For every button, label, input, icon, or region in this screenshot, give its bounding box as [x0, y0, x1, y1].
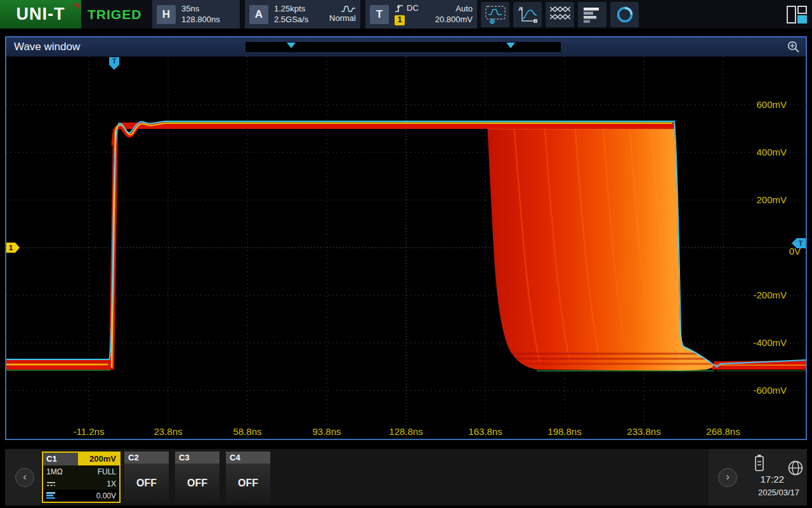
trigger-source-badge: 1: [395, 15, 405, 25]
channel1-position-marker[interactable]: 1: [6, 243, 20, 253]
voltage-label: 200mV: [756, 194, 787, 205]
trigger-level-marker-label: T: [799, 239, 803, 247]
time-label: 93.8ns: [312, 426, 341, 437]
persistence-display-button[interactable]: [481, 2, 509, 27]
channel4-box[interactable]: C4 OFF: [226, 451, 270, 503]
time-label: 268.8ns: [706, 426, 740, 437]
channel-scroll-left-button[interactable]: ‹: [15, 468, 34, 487]
time-label: 23.8ns: [154, 426, 182, 437]
channel2-name: C2: [124, 451, 169, 464]
persistence-display-icon: [485, 5, 506, 24]
zoom-button[interactable]: [787, 40, 801, 57]
wave-window: Wave window: [5, 36, 807, 440]
acquire-settings-button[interactable]: A 1.25kpts 2.5GSa/s Normal: [245, 0, 360, 29]
top-bar: UNI-T TRIGED H 35ns 128.800ns A 1.25kpts…: [0, 0, 812, 29]
brand-logo-accent: [74, 4, 79, 9]
horizontal-settings-button[interactable]: H 35ns 128.800ns: [152, 0, 240, 29]
time-label: 58.8ns: [233, 426, 261, 437]
grid: [6, 57, 806, 439]
trigger-status-text: TRIGED: [81, 0, 147, 29]
sample-rate-value: 2.5GSa/s: [274, 15, 308, 25]
auto-measure-icon: [615, 5, 634, 24]
delay-value: 128.800ns: [181, 15, 220, 25]
window-layout-icon: [787, 6, 807, 23]
mesh-view-icon: [550, 6, 570, 23]
acquire-mode-value: Normal: [329, 13, 356, 24]
channel1-probe: 1X: [107, 479, 116, 488]
channel1-offset: 0.00V: [96, 491, 116, 500]
channel1-offset-icon: [46, 492, 56, 499]
xy-icon-b-label: B: [534, 18, 538, 24]
trigger-mode-value: Auto: [455, 4, 473, 15]
histogram-icon: [583, 6, 602, 23]
wave-window-title: Wave window: [6, 41, 80, 53]
waveform-position-bar[interactable]: [246, 42, 561, 52]
histogram-button[interactable]: [578, 2, 606, 27]
mesh-view-button[interactable]: [546, 2, 574, 27]
trigger-position-marker[interactable]: T: [109, 57, 119, 70]
acquire-waveform-icon: [341, 4, 356, 13]
voltage-label: 600mV: [756, 99, 787, 110]
globe-icon[interactable]: [787, 459, 804, 477]
waveform-display-area[interactable]: 600mV 400mV 200mV 0V -200mV -400mV -600m…: [6, 57, 806, 439]
channel3-box[interactable]: C3 OFF: [175, 451, 219, 503]
battery-icon: [754, 454, 765, 472]
voltage-label: -600mV: [753, 385, 787, 396]
time-label: -11.2ns: [74, 426, 105, 437]
trigger-level-value: 20.800mV: [435, 15, 473, 25]
channel1-scale: 200mV: [78, 453, 119, 465]
trigger-coupling-value: DC: [407, 3, 419, 14]
channel1-impedance: 1MΩ: [46, 467, 63, 476]
axis-labels: 600mV 400mV 200mV 0V -200mV -400mV -600m…: [74, 99, 801, 437]
voltage-label: 400mV: [756, 147, 787, 157]
brand-logo: UNI-T: [0, 0, 81, 29]
bottom-bar: ‹ C1 200mV 1MΩ FULL 1X 0.00V: [5, 449, 807, 505]
channel1-box[interactable]: C1 200mV 1MΩ FULL 1X 0.00V: [42, 451, 121, 503]
position-marker-left-icon[interactable]: [287, 43, 296, 48]
timebase-value: 35ns: [181, 4, 220, 15]
channel4-name: C4: [226, 451, 270, 464]
voltage-label: -400mV: [753, 337, 787, 348]
chevron-right-icon: ›: [726, 471, 730, 483]
xy-mode-button[interactable]: A B: [513, 2, 542, 27]
magnifier-icon: [787, 40, 801, 54]
channel-scroll-right-button[interactable]: ›: [718, 468, 737, 487]
dc-coupling-icon: [46, 481, 56, 487]
time-label: 128.8ns: [389, 426, 422, 437]
acquire-label: A: [249, 5, 268, 24]
channel3-name: C3: [175, 451, 219, 464]
horizontal-label: H: [157, 5, 176, 24]
waveform-plot: 600mV 400mV 200mV 0V -200mV -400mV -600m…: [6, 57, 806, 439]
voltage-label: -200mV: [753, 290, 787, 300]
status-date: 2025/03/17: [736, 488, 799, 497]
xy-mode-icon: A B: [517, 5, 539, 24]
channel4-state: OFF: [226, 464, 270, 503]
position-marker-right-icon[interactable]: [506, 43, 515, 48]
trigger-label: T: [370, 5, 389, 24]
status-time: 17:22: [743, 474, 784, 485]
chevron-left-icon: ‹: [23, 471, 27, 483]
auto-measure-button[interactable]: [610, 2, 639, 27]
channel3-state: OFF: [175, 464, 219, 503]
time-label: 233.8ns: [627, 426, 660, 437]
wave-window-header: Wave window: [6, 37, 806, 57]
trigger-position-marker-label: T: [112, 57, 117, 65]
brand-logo-text: UNI-T: [16, 4, 65, 24]
trigger-settings-button[interactable]: T DC 1 Auto 20.800mV: [365, 0, 477, 29]
channel1-bandwidth: FULL: [98, 467, 116, 476]
channel1-name: C1: [43, 453, 78, 465]
trigger-edge-icon: [395, 4, 404, 13]
channel2-box[interactable]: C2 OFF: [124, 451, 169, 503]
window-layout-button[interactable]: [787, 6, 807, 23]
channel1-position-marker-label: 1: [9, 244, 13, 251]
memory-depth-value: 1.25kpts: [274, 4, 308, 15]
channel2-state: OFF: [124, 464, 169, 503]
time-label: 198.8ns: [547, 426, 581, 437]
time-label: 163.8ns: [468, 426, 502, 437]
xy-icon-a-label: A: [518, 6, 523, 12]
